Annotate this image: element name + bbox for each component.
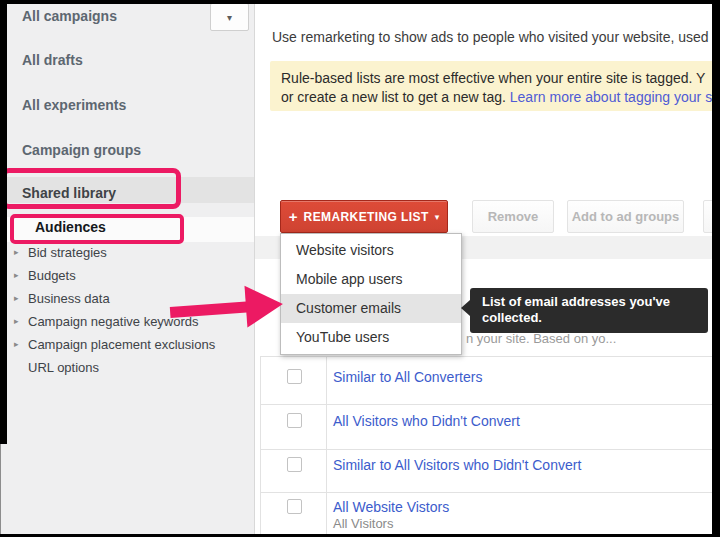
sidebar-item-all-experiments[interactable]: All experiments [22,97,126,113]
sidebar-item-all-campaigns[interactable]: All campaigns [22,8,117,24]
annotation-box-shared-library [1,168,181,209]
row-checkbox[interactable] [287,457,302,472]
table-row-divider [260,449,712,450]
caret-down-icon: ▾ [435,212,440,222]
arrow-shaft [170,301,251,318]
disclosure-triangle-icon: ▸ [14,247,19,257]
frame-border-left [0,0,7,444]
disclosure-triangle-icon: ▸ [14,316,19,326]
sidebar-item-all-drafts[interactable]: All drafts [22,52,83,68]
frame-border-right [712,0,720,537]
row-checkbox[interactable] [287,413,302,428]
audience-list-link[interactable]: Similar to All Visitors who Didn't Conve… [333,457,581,473]
remarketing-list-button[interactable]: + REMARKETING LIST ▾ [280,200,448,233]
table-border-line [260,356,712,357]
table-row-divider [260,404,712,405]
remarketing-list-button-label: REMARKETING LIST [304,210,429,224]
add-to-ad-groups-button[interactable]: Add to ad groups [567,200,684,233]
customer-emails-tooltip: List of email addresses you've collected… [470,288,708,333]
table-row-divider [260,492,712,493]
notice-line-2: or create a new list to get a new tag. L… [281,88,720,107]
menu-item-youtube-users[interactable]: YouTube users [281,323,461,352]
audience-list-link[interactable]: All Visitors who Didn't Convert [333,413,520,429]
remarketing-list-dropdown-menu: Website visitors Mobile app users Custom… [280,233,462,355]
sidebar-item-business-data[interactable]: Business data [28,291,110,306]
sidebar: ▾ All campaigns All drafts All experimen… [0,0,255,537]
notice-banner: Rule-based lists are most effective when… [270,61,720,111]
campaigns-dropdown-button[interactable]: ▾ [210,3,249,31]
checkbox-column-divider [326,356,327,534]
sidebar-item-url-options[interactable]: URL options [28,360,99,375]
frame-border-left-thin [0,444,1,534]
tooltip-arrow-left-icon [461,300,470,316]
sidebar-item-bid-strategies[interactable]: Bid strategies [28,245,107,260]
learn-more-link[interactable]: Learn more about tagging your s [510,89,712,105]
intro-text: Use remarketing to show ads to people wh… [272,29,709,45]
menu-item-customer-emails[interactable]: Customer emails [281,294,461,323]
audience-list-subtext: All Visitors [333,516,393,531]
menu-item-website-visitors[interactable]: Website visitors [281,236,461,265]
table-left-border [260,356,261,534]
sidebar-item-campaign-groups[interactable]: Campaign groups [22,142,141,158]
menu-item-mobile-app-users[interactable]: Mobile app users [281,265,461,294]
disclosure-triangle-icon: ▸ [14,339,19,349]
arrow-head [244,283,284,327]
row-checkbox[interactable] [287,369,302,384]
audience-list-link[interactable]: Similar to All Converters [333,369,482,385]
audience-list-link[interactable]: All Website Vistors [333,499,449,515]
tooltip-text: List of email addresses you've collected… [482,294,670,325]
annotation-arrow-right-icon [169,283,285,333]
plus-icon: + [289,209,298,224]
disclosure-triangle-icon: ▸ [14,270,19,280]
frame-border-top [0,0,720,4]
notice-line-1: Rule-based lists are most effective when… [281,69,720,88]
notice-line-2-text: or create a new list to get a new tag. [281,89,510,105]
row-checkbox[interactable] [287,499,302,514]
background-row-description-fragment: n your site. Based on yo... [466,331,616,346]
sidebar-item-budgets[interactable]: Budgets [28,268,76,283]
annotation-box-audiences [10,214,184,244]
chevron-down-icon: ▾ [227,12,232,23]
sidebar-item-campaign-placement-exclusions[interactable]: Campaign placement exclusions [28,337,215,352]
disclosure-triangle-icon: ▸ [14,293,19,303]
remove-button[interactable]: Remove [472,200,554,233]
screenshot-frame: ▾ All campaigns All drafts All experimen… [0,0,720,537]
